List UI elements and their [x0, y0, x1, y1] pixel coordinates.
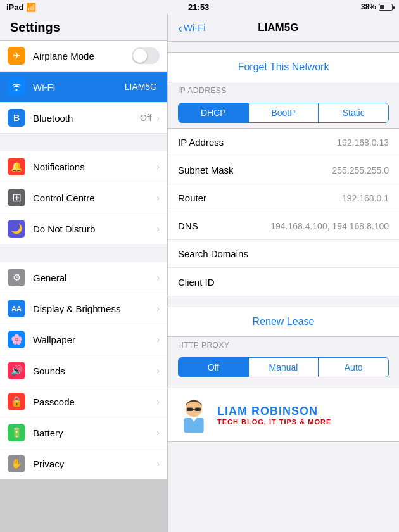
notifications-icon: 🔔 [8, 158, 25, 175]
sidebar-item-bluetooth[interactable]: B Bluetooth Off › [0, 103, 167, 134]
search-domains-label: Search Domains [178, 248, 389, 259]
passcode-icon: 🔒 [8, 393, 25, 410]
brand-sub: TECH BLOG, IT TIPS & MORE [217, 418, 331, 426]
control-centre-icon: ⊞ [8, 189, 25, 206]
bootp-tab[interactable]: BootP [249, 103, 319, 122]
sidebar-item-wallpaper[interactable]: 🌸 Wallpaper › [0, 324, 167, 355]
sidebar-item-passcode[interactable]: 🔒 Passcode › [0, 386, 167, 417]
wifi-value: LIAM5G [125, 82, 157, 92]
dhcp-segmented-control[interactable]: DHCP BootP Static [178, 103, 389, 123]
sidebar-item-display[interactable]: AA Display & Brightness › [0, 293, 167, 324]
display-label: Display & Brightness [33, 303, 154, 314]
static-tab[interactable]: Static [319, 103, 388, 122]
sidebar-item-wifi[interactable]: Wi-Fi LIAM5G [0, 72, 167, 103]
general-label: General [33, 272, 154, 283]
status-left: iPad 📶 [6, 3, 36, 12]
sidebar-item-privacy[interactable]: ✋ Privacy › [0, 448, 167, 479]
back-button[interactable]: ‹ Wi-Fi [178, 22, 206, 34]
notifications-chevron: › [156, 162, 160, 172]
sidebar-section-3: ⚙ General › AA Display & Brightness › 🌸 … [0, 262, 167, 479]
bluetooth-label: Bluetooth [33, 113, 140, 124]
wifi-label: Wi-Fi [33, 82, 125, 92]
control-centre-chevron: › [156, 193, 160, 203]
notifications-label: Notifications [33, 162, 154, 172]
client-id-row: Client ID [168, 268, 399, 296]
wallpaper-icon: 🌸 [8, 331, 25, 348]
sidebar-item-general[interactable]: ⚙ General › [0, 262, 167, 293]
proxy-segmented-control[interactable]: Off Manual Auto [178, 357, 389, 377]
wifi-status-icon: 📶 [26, 3, 36, 12]
airplane-mode-label: Airplane Mode [33, 51, 132, 61]
search-domains-row: Search Domains [168, 240, 399, 268]
status-time: 21:53 [188, 3, 209, 12]
dhcp-tab[interactable]: DHCP [179, 103, 248, 122]
sidebar: Settings ✈ Airplane Mode Wi-Fi LIAM5G B … [0, 14, 168, 532]
content: Forget This Network IP ADDRESS DHCP Boot… [168, 52, 399, 442]
sidebar-item-battery[interactable]: 🔋 Battery › [0, 417, 167, 448]
forget-network-button[interactable]: Forget This Network [168, 53, 399, 82]
sidebar-ad [0, 479, 167, 532]
router-label: Router [178, 193, 342, 203]
do-not-disturb-icon: 🌙 [8, 220, 25, 238]
ip-address-label: IP ADDRESS [168, 82, 399, 98]
ip-address-row-label: IP Address [178, 137, 337, 148]
brand-name: LIAM ROBINSON [217, 405, 331, 418]
wallpaper-chevron: › [156, 334, 160, 345]
proxy-off-tab[interactable]: Off [179, 358, 248, 377]
sidebar-item-do-not-disturb[interactable]: 🌙 Do Not Disturb › [0, 213, 167, 244]
right-panel: ‹ Wi-Fi LIAM5G Forget This Network IP AD… [168, 14, 399, 532]
battery-sidebar-icon: 🔋 [8, 424, 25, 441]
sidebar-item-notifications[interactable]: 🔔 Notifications › [0, 151, 167, 182]
status-right: 38% [361, 3, 393, 11]
passcode-label: Passcode [33, 396, 154, 407]
wallpaper-label: Wallpaper [33, 334, 154, 345]
general-chevron: › [156, 272, 160, 282]
renew-lease-button[interactable]: Renew Lease [168, 307, 399, 336]
renew-lease-card: Renew Lease [168, 307, 399, 337]
control-centre-label: Control Centre [33, 193, 154, 203]
section-gap-2 [0, 244, 167, 262]
sounds-label: Sounds [33, 365, 154, 376]
client-id-label: Client ID [178, 277, 389, 288]
forget-network-card: Forget This Network [168, 52, 399, 82]
sidebar-item-airplane-mode[interactable]: ✈ Airplane Mode [0, 41, 167, 72]
http-proxy-label: HTTP PROXY [168, 337, 399, 352]
proxy-auto-tab[interactable]: Auto [319, 358, 388, 377]
dns-row: DNS 194.168.4.100, 194.168.8.100 [168, 212, 399, 240]
ip-info-card: IP Address 192.168.0.13 Subnet Mask 255.… [168, 128, 399, 296]
back-chevron-icon: ‹ [178, 22, 182, 34]
sidebar-item-sounds[interactable]: 🔊 Sounds › [0, 355, 167, 386]
ip-address-section: IP ADDRESS DHCP BootP Static IP Address … [168, 82, 399, 296]
ip-address-row: IP Address 192.168.0.13 [168, 129, 399, 156]
general-icon: ⚙ [8, 269, 25, 286]
http-proxy-section: HTTP PROXY Off Manual Auto [168, 337, 399, 377]
svg-rect-6 [196, 408, 200, 410]
battery-fill [380, 5, 384, 10]
do-not-disturb-chevron: › [156, 224, 160, 234]
airplane-mode-toggle[interactable] [132, 48, 160, 64]
back-label: Wi-Fi [184, 22, 206, 33]
proxy-manual-tab[interactable]: Manual [249, 358, 319, 377]
dns-value: 194.168.4.100, 194.168.8.100 [270, 221, 389, 231]
battery-chevron: › [156, 428, 160, 438]
display-chevron: › [156, 303, 160, 314]
sidebar-item-control-centre[interactable]: ⊞ Control Centre › [0, 182, 167, 213]
nav-bar: ‹ Wi-Fi LIAM5G [168, 14, 399, 42]
battery-percent: 38% [361, 3, 376, 11]
nav-title: LIAM5G [206, 22, 351, 34]
subnet-mask-value: 255.255.255.0 [332, 165, 389, 175]
privacy-chevron: › [156, 459, 160, 469]
device-label: iPad [6, 3, 23, 12]
battery-label: Battery [33, 428, 154, 438]
router-value: 192.168.0.1 [342, 193, 389, 203]
dns-label: DNS [178, 220, 270, 231]
privacy-icon: ✋ [8, 455, 25, 472]
main-layout: Settings ✈ Airplane Mode Wi-Fi LIAM5G B … [0, 14, 399, 532]
ip-address-row-value: 192.168.0.13 [337, 137, 389, 148]
sounds-chevron: › [156, 365, 160, 376]
subnet-mask-row: Subnet Mask 255.255.255.0 [168, 156, 399, 184]
passcode-chevron: › [156, 396, 160, 407]
privacy-label: Privacy [33, 459, 154, 469]
brand-section: LIAM ROBINSON TECH BLOG, IT TIPS & MORE [168, 388, 399, 442]
airplane-mode-icon: ✈ [8, 47, 25, 65]
